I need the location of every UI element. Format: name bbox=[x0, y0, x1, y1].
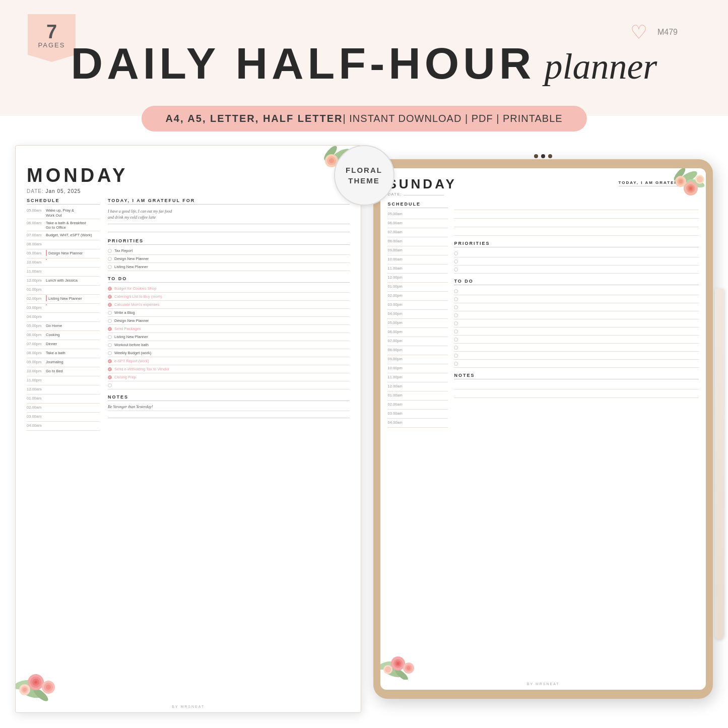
time-content: Go Home bbox=[46, 322, 100, 328]
time-content bbox=[46, 241, 100, 242]
time-label: 10.00pm bbox=[27, 368, 46, 373]
svg-point-35 bbox=[679, 179, 683, 183]
todo-checkbox bbox=[108, 287, 112, 291]
todo-text: Weekly Budget (work) bbox=[114, 351, 151, 355]
time-row: 05.00pm bbox=[387, 319, 448, 328]
time-row: 09.00pm bbox=[387, 355, 448, 364]
time-content bbox=[46, 259, 100, 260]
time-row: 02.00am bbox=[27, 404, 100, 413]
todo-item: Send Packages bbox=[108, 325, 350, 333]
time-row: 11.00pm bbox=[387, 373, 448, 382]
time-row: 03.00pm bbox=[387, 301, 448, 310]
priority-checkbox bbox=[454, 259, 458, 263]
time-row: 11.00pm bbox=[27, 376, 100, 385]
date-value: Jan 05, 2025 bbox=[46, 188, 81, 194]
sunday-schedule-col: SCHEDULE 05.00am 06.00am 07.00am 08.00am… bbox=[387, 202, 448, 684]
subtitle-bar: A4, A5, LETTER, HALF LETTER| INSTANT DOW… bbox=[141, 106, 586, 131]
time-content bbox=[46, 395, 100, 396]
todo-checkbox bbox=[108, 295, 112, 299]
time-content: Take a bath bbox=[46, 350, 100, 356]
time-row: 08.00am bbox=[387, 237, 448, 246]
monday-columns: SCHEDULE 05.00am Wake up, Pray &Work Out… bbox=[27, 198, 350, 700]
time-label: 12.00pm bbox=[27, 277, 46, 283]
todo-item: e-SPT Report (work) bbox=[108, 357, 350, 365]
time-content: Go to Bed bbox=[46, 368, 100, 374]
tablet-device: SUNDAY DATE: TODAY, I AM GRATEFUL FOR bbox=[373, 159, 713, 699]
time-content: Dinner bbox=[46, 341, 100, 347]
main-title-block: DAILY HALF-HOURplanner bbox=[0, 38, 728, 89]
time-row: 07.00am Budget, WHT, eSPT (Work) bbox=[27, 231, 100, 240]
todo-item: Catering's List to Buy (mom) bbox=[108, 293, 350, 301]
priority-item bbox=[454, 257, 699, 266]
time-content bbox=[46, 386, 100, 387]
priority-item: Tax Report bbox=[108, 247, 350, 255]
notes-section: NOTES Be Stronger than Yesterday! bbox=[108, 394, 350, 418]
todo-item: Calculate Mom's expenses bbox=[108, 301, 350, 309]
time-row: 07.00pm bbox=[387, 337, 448, 346]
notes-line bbox=[454, 381, 699, 389]
time-row: 06.00am bbox=[387, 219, 448, 228]
time-row: 02.00am bbox=[387, 401, 448, 410]
sunday-date: DATE: bbox=[387, 192, 456, 196]
todo-checkbox bbox=[108, 327, 112, 331]
time-row: 04.00am bbox=[27, 422, 100, 431]
time-row: 07.00am bbox=[387, 228, 448, 237]
todo-item bbox=[108, 381, 350, 389]
time-label: 11.00pm bbox=[27, 377, 46, 382]
date-label: DATE: bbox=[27, 188, 44, 194]
time-label: 03.00pm bbox=[27, 304, 46, 310]
time-row: 10.00am bbox=[27, 258, 100, 268]
time-row: 08.00am bbox=[27, 240, 100, 249]
priority-checkbox bbox=[108, 265, 112, 269]
todo-item: Closing Prep bbox=[108, 373, 350, 381]
todo-checkbox bbox=[108, 303, 112, 307]
todo-checkbox bbox=[108, 335, 112, 339]
time-row: 11.00am bbox=[27, 268, 100, 277]
grateful-text: I have a good life, I can eat my fav foo… bbox=[108, 207, 350, 223]
svg-point-9 bbox=[329, 158, 334, 163]
tablet-camera bbox=[534, 154, 552, 158]
floral-decoration-bottom-left bbox=[16, 647, 81, 702]
floral-theme-badge: FLORALTHEME bbox=[334, 145, 394, 206]
tablet-screen: SUNDAY DATE: TODAY, I AM GRATEFUL FOR bbox=[380, 168, 706, 690]
time-content: Lunch with Jessica bbox=[46, 277, 100, 283]
priority-text: Tax Report bbox=[114, 248, 133, 253]
svg-point-19 bbox=[34, 681, 37, 684]
todo-item: Workout before bath bbox=[108, 341, 350, 349]
todo-text: Design New Planner bbox=[114, 318, 149, 323]
time-label: 08.00am bbox=[27, 241, 46, 246]
todo-checkbox bbox=[108, 343, 112, 347]
time-label: 06.00am bbox=[27, 220, 46, 225]
time-label: 12.00am bbox=[27, 386, 46, 391]
time-row: 04.00pm bbox=[27, 313, 100, 322]
title-main: DAILY HALF-HOUR bbox=[71, 38, 536, 88]
time-content: Design New Planner bbox=[46, 250, 100, 256]
todo-section: TO DO Budget for Cookies Shop Catering's… bbox=[108, 276, 350, 389]
sunday-heading: SUNDAY bbox=[387, 176, 456, 192]
time-row: 01.00am bbox=[387, 391, 448, 401]
todo-item: Send e-Witholding Tax to Vendor bbox=[108, 365, 350, 373]
todo-item bbox=[454, 295, 699, 303]
priority-item: Design New Planner bbox=[108, 255, 350, 263]
time-content: Journaling bbox=[46, 359, 100, 365]
subtitle-text: A4, A5, LETTER, HALF LETTER| INSTANT DOW… bbox=[165, 113, 562, 124]
time-content: Listing New Planner bbox=[46, 295, 100, 301]
grateful-line bbox=[454, 228, 699, 236]
sunday-priorities-title: PRIORITIES bbox=[454, 241, 699, 247]
time-row: 12.00pm bbox=[387, 274, 448, 283]
time-row: 02.00pm Listing New Planner bbox=[27, 295, 100, 304]
time-label: 08.00pm bbox=[27, 350, 46, 355]
time-row: 09.00pm Journaling bbox=[27, 358, 100, 367]
todo-text: Send Packages bbox=[114, 326, 141, 331]
time-row: 06.00pm Cooking bbox=[27, 331, 100, 340]
title-script: planner bbox=[544, 46, 657, 87]
time-label: 05.00pm bbox=[27, 322, 46, 328]
todo-item: Write a Blog bbox=[108, 309, 350, 317]
time-row: 01.00pm bbox=[27, 286, 100, 295]
time-row: 12.00am bbox=[387, 382, 448, 391]
time-content: Wake up, Pray &Work Out bbox=[46, 207, 100, 218]
time-row: 04.00am bbox=[387, 419, 448, 428]
todo-item bbox=[454, 327, 699, 336]
sunday-right-col: PRIORITIES bbox=[454, 202, 699, 684]
svg-point-22 bbox=[46, 685, 51, 690]
